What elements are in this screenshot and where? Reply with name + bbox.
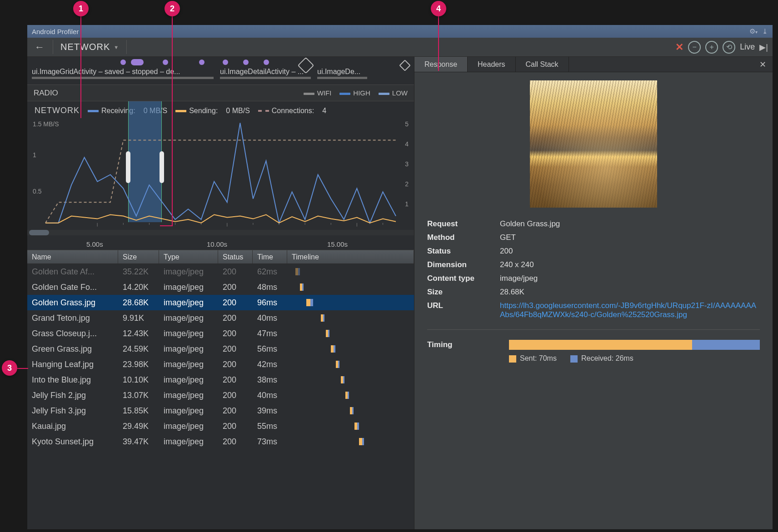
event-dot [264,60,269,65]
th-status[interactable]: Status [218,250,253,264]
cell-time: 40ms [253,391,287,400]
cell-size: 14.20K [118,283,159,292]
cell-status: 200 [218,406,253,416]
zoom-in-button[interactable]: + [705,41,718,54]
network-chart[interactable]: NETWORK Receiving: 0 MB/S Sending: 0 MB/… [27,101,414,250]
cell-type: image/jpeg [159,406,218,416]
cell-size: 35.22K [118,267,159,277]
cell-name: Green Grass.jpg [27,344,118,354]
gear-icon[interactable]: ⚙▾ [749,27,758,35]
tab-headers[interactable]: Headers [468,57,515,72]
cell-time: 48ms [253,283,287,292]
tab-response[interactable]: Response [414,57,468,72]
table-row[interactable]: Kauai.jpg29.49Kimage/jpeg20055ms [27,418,414,434]
window-title: Android Profiler [32,28,79,35]
radio-bar: RADIO WIFI HIGH LOW [27,85,414,101]
close-detail-button[interactable]: ✕ [753,57,773,72]
cell-timeline [287,357,414,372]
reset-zoom-button[interactable]: ⟲ [723,41,735,54]
zoom-out-button[interactable]: − [688,41,701,54]
table-header: Name Size Type Status Time Timeline [27,250,414,264]
activity-timeline[interactable]: ui.ImageGridActivity – saved – stopped –… [27,57,414,85]
divider [427,329,760,330]
table-row[interactable]: Grand Teton.jpg9.91Kimage/jpeg20040ms [27,310,414,326]
activity-segment: ui.ImageDe... [317,68,367,79]
th-size[interactable]: Size [118,250,159,264]
x-tick: 15.00s [327,240,348,248]
cell-time: 62ms [253,267,287,277]
chart-svg [27,101,414,250]
cell-type: image/jpeg [159,437,218,447]
cell-time: 96ms [253,298,287,308]
table-row[interactable]: Golden Grass.jpg28.68Kimage/jpeg20096ms [27,295,414,310]
cell-type: image/jpeg [159,283,218,292]
minimap[interactable] [27,230,414,235]
cell-timeline [287,341,414,357]
cell-type: image/jpeg [159,313,218,323]
section-name: NETWORK [60,42,110,52]
label-url: URL [427,301,500,319]
callout-line-4 [438,16,439,71]
x-tick: 10.00s [207,240,227,248]
cell-time: 38ms [253,375,287,385]
table-row[interactable]: Kyoto Sunset.jpg39.47Kimage/jpeg20073ms [27,434,414,449]
toolbar: ← NETWORK ▼ ✕ − + ⟲ Live ▶| [27,38,773,57]
event-dot [163,60,168,65]
profiler-window: Android Profiler ⚙▾ ⤓ ← NETWORK ▼ ✕ − + … [27,25,773,529]
table-row[interactable]: Jelly Fish 2.jpg13.07Kimage/jpeg20040ms [27,388,414,403]
skip-to-end-button[interactable]: ▶| [759,42,768,52]
label-timing: Timing [427,340,500,349]
cell-type: image/jpeg [159,360,218,369]
table-row[interactable]: Green Grass.jpg24.59Kimage/jpeg20056ms [27,341,414,357]
cell-name: Hanging Leaf.jpg [27,360,118,369]
th-type[interactable]: Type [159,250,218,264]
event-dot [243,60,249,65]
th-time[interactable]: Time [253,250,287,264]
cell-status: 200 [218,283,253,292]
cell-status: 200 [218,298,253,308]
live-button[interactable]: Live [740,42,755,52]
th-name[interactable]: Name [27,250,118,264]
cell-name: Golden Gate Fo... [27,283,118,292]
callout-line-3 [17,368,28,369]
cell-name: Grand Teton.jpg [27,313,118,323]
timing-bar-sent [509,340,692,350]
cell-size: 12.43K [118,329,159,338]
table-row[interactable]: Into the Blue.jpg10.10Kimage/jpeg20038ms [27,372,414,388]
cell-time: 39ms [253,406,287,416]
tab-call-stack[interactable]: Call Stack [516,57,569,72]
label-status: Status [427,247,500,256]
cell-status: 200 [218,344,253,354]
table-row[interactable]: Golden Gate Fo...14.20Kimage/jpeg20048ms [27,279,414,295]
section-dropdown[interactable]: NETWORK ▼ [53,40,127,54]
th-timeline[interactable]: Timeline [287,250,414,264]
minimap-thumb[interactable] [29,230,49,235]
legend-wifi: WIFI [304,89,332,97]
table-row[interactable]: Hanging Leaf.jpg23.98Kimage/jpeg20042ms [27,357,414,372]
cell-status: 200 [218,437,253,447]
cell-time: 73ms [253,437,287,447]
timing-bar [509,340,760,350]
cell-timeline [287,279,414,295]
cell-status: 200 [218,313,253,323]
callout-1: 1 [73,1,89,16]
cell-size: 24.59K [118,344,159,354]
cell-timeline [287,388,414,403]
export-icon[interactable]: ⤓ [762,27,768,35]
close-session-button[interactable]: ✕ [675,41,683,53]
table-row[interactable]: Grass Closeup.j...12.43Kimage/jpeg20047m… [27,326,414,341]
cell-status: 200 [218,267,253,277]
value-url[interactable]: https://lh3.googleusercontent.com/-JB9v6… [500,301,760,319]
cell-time: 47ms [253,329,287,338]
callout-line-2-v [172,16,173,225]
cell-timeline [287,372,414,388]
table-row[interactable]: Golden Gate Af...35.22Kimage/jpeg20062ms [27,264,414,279]
event-pill [131,59,144,65]
timing-legend-recv: Received: 26ms [570,354,633,363]
event-dot [199,60,204,65]
activity-segment: ui.ImageGridActivity – saved – stopped –… [32,68,214,79]
back-button[interactable]: ← [32,41,47,53]
event-dot [223,60,228,65]
timing-bar-recv [692,340,760,350]
table-row[interactable]: Jelly Fish 3.jpg15.85Kimage/jpeg20039ms [27,403,414,418]
